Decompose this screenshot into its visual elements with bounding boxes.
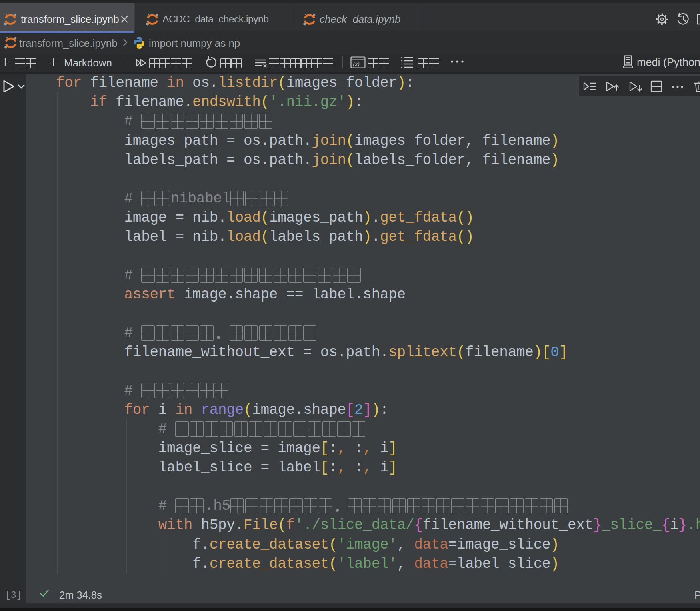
svg-text:(x): (x): [353, 61, 360, 67]
